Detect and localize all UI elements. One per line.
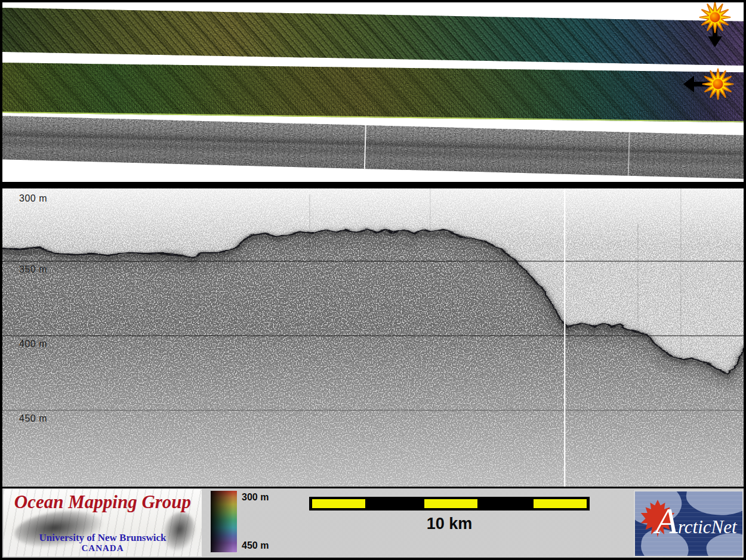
- depth-color-legend: [211, 491, 237, 552]
- water-column-streak: [680, 188, 682, 355]
- ocean-mapping-group-logo: Ocean Mapping Group University of New Br…: [4, 489, 202, 556]
- scale-bar-segment: [312, 499, 365, 508]
- starburst-icon: [699, 2, 730, 33]
- location-marker-2: [681, 63, 741, 106]
- bottom-bar: Ocean Mapping Group University of New Br…: [2, 488, 744, 558]
- top-panel-sonar-swaths: [2, 2, 744, 182]
- swath-texture: [2, 63, 744, 122]
- depth-label-450m: 450 m: [19, 413, 47, 424]
- omg-subtitle: University of New Brunswick: [4, 532, 202, 544]
- down-arrow-icon: [708, 36, 722, 47]
- starburst-icon: [702, 69, 733, 100]
- omg-country: CANADA: [4, 543, 202, 553]
- scale-bar-segment: [424, 499, 477, 508]
- location-marker-1: [694, 2, 736, 55]
- subbottom-profile-plot: [2, 188, 744, 487]
- legend-label-450m: 450 m: [242, 540, 269, 551]
- arcticnet-initial: A: [655, 500, 678, 541]
- omg-title: Ocean Mapping Group: [4, 491, 202, 513]
- data-gap-line: [564, 188, 565, 487]
- scale-bar-label: 10 km: [309, 515, 590, 533]
- swath-texture: [2, 8, 744, 66]
- depth-label-400m: 400 m: [19, 339, 47, 349]
- map-scale-bar: [309, 497, 590, 511]
- water-column-streak: [430, 188, 431, 242]
- depth-label-300m: 300 m: [19, 193, 47, 204]
- scale-bar-segment: [534, 499, 587, 508]
- arcticnet-rest: rcticNet: [678, 516, 737, 537]
- water-column-streak: [637, 224, 639, 332]
- multibeam-swath-upper: [2, 8, 744, 66]
- depth-label-350m: 350 m: [19, 264, 47, 275]
- arcticnet-wordmark: ArcticNet: [655, 502, 741, 539]
- sidescan-texture: [2, 116, 744, 179]
- subbottom-profile-panel: 300 m 350 m 400 m 450 m: [2, 188, 744, 487]
- multibeam-swath-lower: [2, 63, 744, 123]
- left-arrow-icon: [683, 76, 694, 92]
- figure-root: 300 m 350 m 400 m 450 m Ocean Mapping Gr…: [0, 0, 746, 560]
- water-column-streak: [309, 194, 310, 263]
- arcticnet-logo: ArcticNet: [634, 490, 744, 557]
- legend-label-300m: 300 m: [242, 492, 269, 503]
- sidescan-sonar-strip: [2, 116, 744, 179]
